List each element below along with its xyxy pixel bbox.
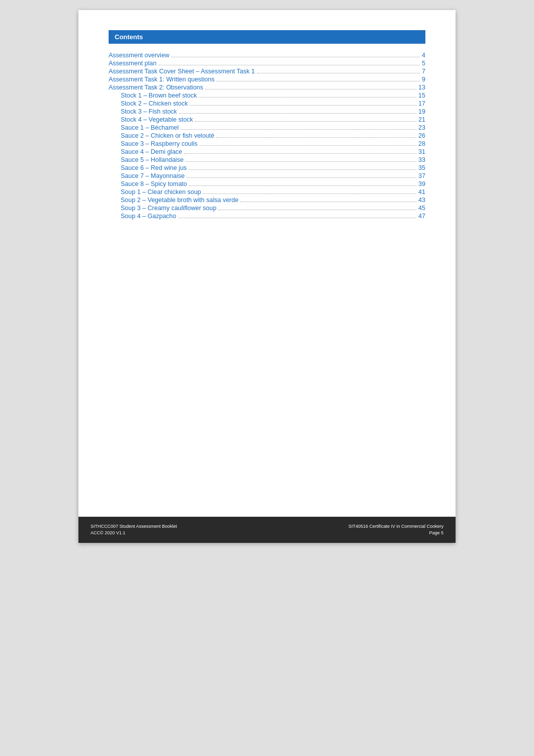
- toc-page-number: 33: [418, 156, 425, 163]
- toc-page-number: 15: [418, 92, 425, 99]
- toc-dots: [187, 177, 416, 178]
- toc-page-number: 37: [418, 172, 425, 179]
- toc-page-number: 13: [418, 84, 425, 91]
- toc-item: Soup 3 – Creamy cauliflower soup45: [109, 205, 425, 212]
- toc-dots: [184, 153, 416, 154]
- toc-dots: [205, 89, 416, 89]
- toc-item: Assessment Task 1: Written questions9: [109, 76, 425, 83]
- toc-dots: [216, 137, 416, 138]
- toc-page-number: 9: [422, 76, 425, 83]
- footer-left-line2: ACC© 2020 V1.1: [91, 530, 177, 537]
- toc-link[interactable]: Stock 3 – Fish stock: [121, 108, 177, 115]
- footer-right-line2: Page 5: [348, 530, 443, 537]
- footer-left: SITHCCC007 Student Assessment Booklet AC…: [91, 523, 177, 537]
- toc-item: Stock 1 – Brown beef stock15: [109, 92, 425, 99]
- toc-item: Soup 4 – Gazpacho47: [109, 213, 425, 220]
- toc-item: Sauce 7 – Mayonnaise37: [109, 172, 425, 179]
- toc-item: Assessment Task 2: Observations13: [109, 84, 425, 91]
- toc-link[interactable]: Assessment Task Cover Sheet – Assessment…: [109, 68, 255, 75]
- toc-page-number: 28: [418, 140, 425, 147]
- toc-item: Assessment Task Cover Sheet – Assessment…: [109, 68, 425, 75]
- toc-item: Sauce 8 – Spicy tomato39: [109, 180, 425, 187]
- table-of-contents: Assessment overview4Assessment plan5Asse…: [109, 52, 425, 220]
- toc-dots: [179, 218, 417, 218]
- footer-left-line1: SITHCCC007 Student Assessment Booklet: [91, 523, 177, 530]
- toc-item: Sauce 3 – Raspberry coulis28: [109, 140, 425, 147]
- toc-page-number: 35: [418, 164, 425, 171]
- toc-link[interactable]: Sauce 8 – Spicy tomato: [121, 180, 187, 187]
- toc-item: Stock 2 – Chicken stock17: [109, 100, 425, 107]
- toc-dots: [240, 202, 416, 202]
- toc-item: Sauce 2 – Chicken or fish velouté26: [109, 132, 425, 139]
- toc-item: Stock 4 – Vegetable stock21: [109, 116, 425, 123]
- toc-link[interactable]: Sauce 5 – Hollandaise: [121, 156, 184, 163]
- toc-link[interactable]: Assessment Task 2: Observations: [109, 84, 203, 91]
- toc-item: Sauce 1 – Béchamel23: [109, 124, 425, 131]
- toc-page-number: 39: [418, 180, 425, 187]
- toc-item: Assessment plan5: [109, 60, 425, 67]
- footer-right: SIT40516 Certificate IV in Commercial Co…: [348, 523, 443, 537]
- toc-link[interactable]: Sauce 4 – Demi glace: [121, 148, 182, 155]
- toc-item: Soup 2 – Vegetable broth with salsa verd…: [109, 197, 425, 204]
- toc-dots: [179, 113, 416, 114]
- toc-dots: [200, 145, 416, 146]
- toc-dots: [158, 65, 420, 65]
- toc-link[interactable]: Sauce 3 – Raspberry coulis: [121, 140, 198, 147]
- toc-link[interactable]: Sauce 7 – Mayonnaise: [121, 172, 185, 179]
- toc-link[interactable]: Stock 4 – Vegetable stock: [121, 116, 193, 123]
- toc-item: Sauce 5 – Hollandaise33: [109, 156, 425, 163]
- toc-link[interactable]: Assessment plan: [109, 60, 156, 67]
- toc-dots: [186, 161, 416, 162]
- footer-right-line1: SIT40516 Certificate IV in Commercial Co…: [348, 523, 443, 530]
- toc-link[interactable]: Soup 3 – Creamy cauliflower soup: [121, 205, 216, 212]
- toc-link[interactable]: Stock 2 – Chicken stock: [121, 100, 188, 107]
- toc-dots: [203, 194, 416, 194]
- toc-page-number: 43: [418, 197, 425, 204]
- toc-link[interactable]: Soup 2 – Vegetable broth with salsa verd…: [121, 197, 238, 204]
- toc-page-number: 17: [418, 100, 425, 107]
- toc-page-number: 26: [418, 132, 425, 139]
- toc-link[interactable]: Sauce 6 – Red wine jus: [121, 164, 187, 171]
- toc-page-number: 5: [422, 60, 425, 67]
- header-label: Contents: [115, 33, 143, 41]
- toc-link[interactable]: Assessment overview: [109, 52, 169, 59]
- toc-dots: [181, 129, 416, 130]
- toc-page-number: 7: [422, 68, 425, 75]
- toc-link[interactable]: Sauce 1 – Béchamel: [121, 124, 179, 131]
- toc-page-number: 4: [422, 52, 425, 59]
- toc-dots: [257, 73, 420, 73]
- toc-link[interactable]: Soup 1 – Clear chicken soup: [121, 188, 201, 196]
- toc-dots: [217, 81, 420, 81]
- toc-link[interactable]: Soup 4 – Gazpacho: [121, 213, 176, 220]
- footer: SITHCCC007 Student Assessment Booklet AC…: [78, 517, 456, 543]
- toc-item: Sauce 6 – Red wine jus35: [109, 164, 425, 171]
- toc-item: Stock 3 – Fish stock19: [109, 108, 425, 115]
- toc-link[interactable]: Sauce 2 – Chicken or fish velouté: [121, 132, 214, 139]
- toc-page-number: 41: [418, 188, 425, 196]
- toc-dots: [199, 97, 416, 98]
- toc-dots: [189, 185, 416, 186]
- contents-header: Contents: [109, 30, 425, 44]
- toc-page-number: 23: [418, 124, 425, 131]
- toc-page-number: 31: [418, 148, 425, 155]
- toc-item: Soup 1 – Clear chicken soup41: [109, 188, 425, 196]
- page: Contents Assessment overview4Assessment …: [78, 10, 456, 543]
- toc-dots: [218, 210, 416, 210]
- toc-link[interactable]: Assessment Task 1: Written questions: [109, 76, 215, 83]
- toc-dots: [171, 57, 420, 57]
- toc-page-number: 21: [418, 116, 425, 123]
- toc-page-number: 45: [418, 205, 425, 212]
- toc-page-number: 47: [418, 213, 425, 220]
- toc-item: Assessment overview4: [109, 52, 425, 59]
- toc-link[interactable]: Stock 1 – Brown beef stock: [121, 92, 197, 99]
- toc-item: Sauce 4 – Demi glace31: [109, 148, 425, 155]
- toc-dots: [189, 169, 416, 170]
- toc-dots: [190, 105, 416, 106]
- toc-dots: [195, 121, 416, 122]
- toc-page-number: 19: [418, 108, 425, 115]
